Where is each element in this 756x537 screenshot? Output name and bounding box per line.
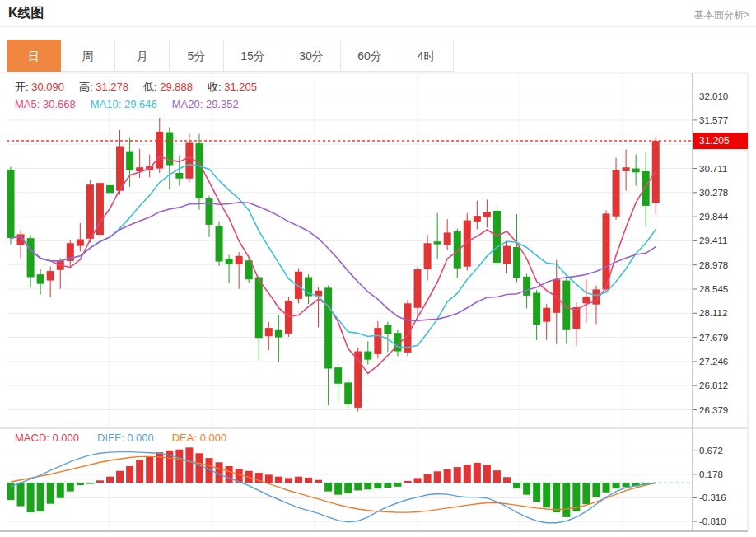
legend-item: 开: 30.090 — [15, 81, 64, 93]
svg-text:26.379: 26.379 — [699, 405, 728, 415]
svg-text:0.178: 0.178 — [699, 469, 723, 479]
macd-legend: MACD: 0.000DIFF: 0.000DEA: 0.000 — [15, 432, 245, 444]
legend-item: MA5: 30.668 — [15, 98, 76, 110]
legend-item: 收: 31.205 — [208, 81, 257, 93]
svg-text:30.711: 30.711 — [699, 164, 727, 174]
svg-text:28.545: 28.545 — [699, 284, 728, 294]
legend-item: 高: 31.278 — [79, 81, 128, 93]
svg-text:29.844: 29.844 — [699, 212, 729, 222]
svg-text:-0.316: -0.316 — [699, 493, 726, 502]
svg-text:0.672: 0.672 — [699, 446, 723, 455]
legend-item: 低: 29.888 — [143, 81, 193, 93]
legend-item: MA10: 29.646 — [91, 98, 157, 110]
svg-text:29.411: 29.411 — [699, 236, 727, 245]
legend-item: DIFF: 0.000 — [97, 432, 154, 444]
svg-text:32.010: 32.010 — [699, 91, 728, 101]
legend-item: MA20: 29.352 — [172, 98, 239, 110]
ma-row: MA5: 30.668MA10: 29.646MA20: 29.352 — [15, 96, 272, 113]
svg-text:31.577: 31.577 — [699, 115, 728, 125]
svg-text:27.246: 27.246 — [699, 357, 728, 367]
svg-text:30.278: 30.278 — [699, 188, 728, 198]
current-price-tag: 31.205 — [693, 133, 748, 149]
svg-text:28.112: 28.112 — [699, 308, 727, 318]
svg-text:27.679: 27.679 — [699, 333, 728, 343]
legend-item: MACD: 0.000 — [15, 432, 79, 444]
svg-text:26.812: 26.812 — [699, 381, 728, 390]
ohlc-row: 开: 30.090高: 31.278低: 29.888收: 31.205 — [15, 78, 272, 96]
legend-item: DEA: 0.000 — [172, 432, 227, 444]
svg-text:28.978: 28.978 — [699, 260, 728, 270]
quote-info-bar: 开: 30.090高: 31.278低: 29.888收: 31.205 MA5… — [15, 78, 272, 113]
svg-text:-0.810: -0.810 — [699, 516, 726, 526]
kline-widget: K线图 基本面分析> 日周月5分15分30分60分4时 32.01031.577… — [0, 0, 756, 537]
